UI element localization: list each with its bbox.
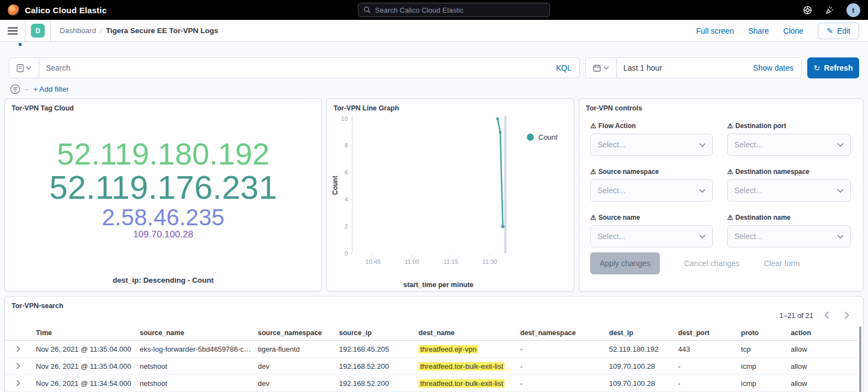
- flow-action-select[interactable]: Select...: [590, 134, 713, 156]
- kql-search-box: KQL: [9, 57, 580, 78]
- search-query-input[interactable]: [39, 63, 548, 72]
- panel-title: Tor-VPN Line Graph: [327, 99, 574, 112]
- brand-title: Calico Cloud Elastic: [25, 6, 107, 15]
- pagination-count: 1–21 of 21: [780, 311, 813, 320]
- col-action[interactable]: action: [791, 329, 858, 337]
- cancel-changes-button[interactable]: Cancel changes: [684, 259, 739, 268]
- chevron-down-icon: [26, 66, 31, 70]
- col-dest-ip[interactable]: dest_ip: [609, 329, 678, 337]
- clear-form-button[interactable]: Clear form: [764, 259, 800, 268]
- tag-cloud-axis-label: dest_ip: Descending - Count: [5, 276, 321, 284]
- tag-cloud-word[interactable]: 2.58.46.235: [5, 205, 321, 230]
- control-field-source-namespace: Source namespace Select...: [590, 168, 713, 202]
- expand-row-button[interactable]: [5, 363, 36, 369]
- next-page-button[interactable]: [840, 309, 853, 322]
- tag-cloud-word[interactable]: 52.119.176.231: [5, 170, 321, 205]
- menu-hamburger-icon[interactable]: [0, 20, 25, 41]
- col-dest-port[interactable]: dest_port: [678, 329, 741, 337]
- chevron-right-icon: [16, 380, 20, 386]
- saved-query-menu-button[interactable]: [9, 58, 39, 78]
- destination-namespace-select[interactable]: Select...: [727, 179, 851, 202]
- col-proto[interactable]: proto: [741, 329, 791, 337]
- chevron-down-icon: [837, 143, 844, 147]
- share-link[interactable]: Share: [748, 27, 769, 35]
- svg-text:11:00: 11:00: [405, 258, 420, 265]
- dashboard-nav-bar: D Dashboard / Tigera Secure EE Tor-VPN L…: [0, 20, 868, 42]
- chevron-down-icon: [699, 143, 706, 147]
- highlighted-value: threatfeed.tor-bulk-exit-list: [419, 379, 505, 388]
- svg-text:10: 10: [341, 115, 348, 122]
- control-field-destination-port: Destination port Select...: [727, 122, 851, 156]
- edit-button[interactable]: Edit: [818, 23, 859, 39]
- source-name-select[interactable]: Select...: [590, 225, 713, 247]
- legend-label: Count: [538, 133, 558, 141]
- refresh-icon: [814, 63, 821, 72]
- breadcrumb-separator: /: [100, 27, 102, 35]
- warning-icon: [590, 214, 596, 221]
- expand-row-button[interactable]: [5, 380, 36, 386]
- col-dest-name[interactable]: dest_name: [419, 329, 520, 337]
- results-table: Time source_name source_namespace source…: [5, 325, 858, 392]
- calico-logo[interactable]: [8, 4, 19, 16]
- tag-cloud-word[interactable]: 109.70.100.28: [5, 230, 321, 240]
- refresh-button[interactable]: Refresh: [807, 57, 859, 78]
- space-switcher[interactable]: D: [25, 20, 51, 41]
- help-icon[interactable]: [802, 5, 812, 15]
- add-filter-link[interactable]: + Add filter: [33, 85, 68, 93]
- col-source-namespace[interactable]: source_namespace: [258, 329, 339, 337]
- svg-text:0: 0: [345, 250, 348, 257]
- svg-text:11:15: 11:15: [443, 258, 458, 265]
- chevron-down-icon: [699, 235, 706, 239]
- panel-title: Tor-VPN controls: [579, 99, 863, 112]
- source-namespace-select[interactable]: Select...: [590, 179, 713, 202]
- filter-icon[interactable]: [10, 84, 20, 94]
- topbar-actions: t: [802, 3, 860, 17]
- panel-title: Tor-VPN-search: [5, 296, 863, 310]
- col-dest-namespace[interactable]: dest_namespace: [520, 329, 609, 337]
- time-range-value[interactable]: Last 1 hour: [617, 63, 662, 72]
- table-row: Nov 26, 2021 @ 11:34:54.000 netshoot dev…: [5, 375, 858, 392]
- table-header-row: Time source_name source_namespace source…: [5, 325, 858, 341]
- line-chart: 024681010:4511:0011:1511:30 Count start_…: [332, 112, 570, 278]
- highlighted-value: threatfeed.ejr-vpn: [419, 345, 478, 353]
- pagination: 1–21 of 21: [780, 309, 853, 322]
- svg-text:10:45: 10:45: [366, 258, 381, 265]
- quick-time-menu-button[interactable]: [586, 58, 617, 78]
- global-search-box[interactable]: [358, 3, 550, 17]
- panel-title: Tor-VPN Tag Cloud: [5, 99, 321, 112]
- svg-text:11:30: 11:30: [483, 258, 497, 265]
- clone-link[interactable]: Clone: [784, 27, 804, 35]
- col-source-ip[interactable]: source_ip: [339, 329, 419, 337]
- show-dates-link[interactable]: Show dates: [753, 63, 801, 72]
- previous-page-button[interactable]: [820, 309, 833, 322]
- dashboard-actions: Full screen Share Clone Edit: [696, 23, 859, 39]
- table-scrollbar[interactable]: [859, 326, 861, 392]
- x-axis-label: start_time per minute: [358, 281, 519, 289]
- legend-item-count[interactable]: Count: [527, 133, 558, 141]
- kql-language-button[interactable]: KQL: [548, 63, 579, 72]
- legend-dot: [527, 134, 534, 141]
- warning-icon: [590, 168, 596, 176]
- apply-changes-button[interactable]: Apply changes: [590, 252, 660, 274]
- kibana-dashboard-app: Calico Cloud Elastic t D Dashboard / Tig…: [0, 0, 868, 392]
- svg-text:6: 6: [345, 169, 348, 176]
- destination-name-select[interactable]: Select...: [727, 225, 851, 247]
- destination-port-select[interactable]: Select...: [727, 134, 851, 156]
- loading-indicator: [19, 43, 22, 46]
- panel-search-table: Tor-VPN-search 1–21 of 21 Time source_na…: [4, 296, 864, 392]
- global-search-input[interactable]: [375, 6, 544, 14]
- highlighted-value: threatfeed.tor-bulk-exit-list: [419, 362, 505, 370]
- full-screen-link[interactable]: Full screen: [696, 27, 734, 35]
- newsfeed-icon[interactable]: [824, 5, 834, 15]
- breadcrumb-dashboard-link[interactable]: Dashboard: [60, 27, 96, 35]
- breadcrumb: Dashboard / Tigera Secure EE Tor-VPN Log…: [60, 27, 218, 35]
- control-field-destination-name: Destination name Select...: [727, 214, 851, 247]
- col-time[interactable]: Time: [36, 329, 140, 337]
- chevron-left-icon: [824, 311, 829, 319]
- tag-cloud-word[interactable]: 52.119.180.192: [5, 137, 321, 170]
- col-source-name[interactable]: source_name: [140, 329, 258, 337]
- expand-row-button[interactable]: [5, 346, 36, 352]
- user-avatar[interactable]: t: [846, 3, 860, 17]
- svg-text:8: 8: [345, 142, 348, 149]
- y-axis-label: Count: [331, 176, 339, 195]
